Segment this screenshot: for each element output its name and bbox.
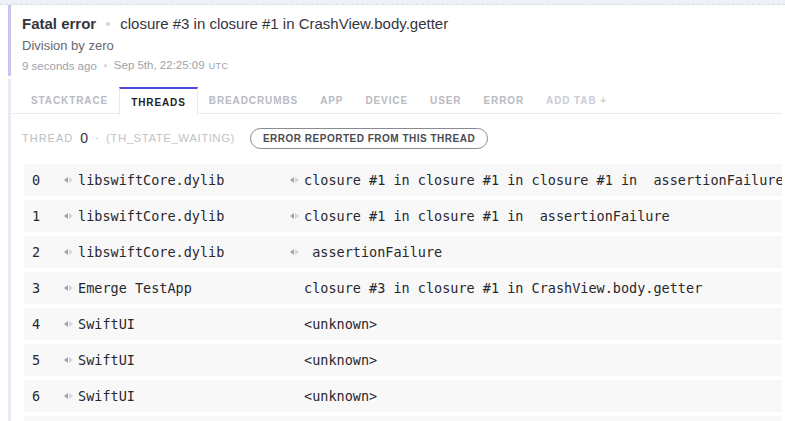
frame-module: libswiftCore.dylib [78, 208, 224, 224]
frame-function: _assertionFailure [304, 244, 442, 260]
diamond-icon [64, 285, 73, 291]
crash-meta: 9 seconds ago Sep 5th, 22:25:09 UTC [22, 58, 782, 73]
frame-index: 1 [32, 208, 64, 224]
diamond-icon [64, 249, 73, 255]
tab-breadcrumbs[interactable]: BREADCRUMBS [198, 87, 309, 113]
error-type: Fatal error [22, 14, 96, 33]
crash-detail-content: Fatal error closure #3 in closure #1 in … [12, 5, 782, 421]
frame-index: 4 [32, 316, 64, 332]
crash-report-panel: Fatal error closure #3 in closure #1 in … [0, 0, 785, 421]
tab-user[interactable]: USER [419, 87, 472, 113]
frame-index: 6 [32, 388, 64, 404]
thread-number: 0 [80, 130, 88, 146]
tab-add-tab[interactable]: ADD TAB + [535, 87, 618, 113]
frame-function-cell: <unknown> [290, 316, 782, 332]
frame-index: 3 [32, 280, 64, 296]
frame-index: 0 [32, 172, 64, 188]
error-thread-badge: ERROR REPORTED FROM THIS THREAD [250, 128, 488, 149]
frame-function: <unknown> [304, 388, 377, 404]
frame-module: libswiftCore.dylib [78, 172, 224, 188]
table-row[interactable]: 5SwiftUI<unknown> [24, 344, 782, 376]
thread-info-row: THREAD 0 · (TH_STATE_WAITING) ERROR REPO… [12, 127, 782, 149]
table-row[interactable]: 3Emerge TestAppclosure #3 in closure #1 … [24, 272, 782, 304]
table-row[interactable]: 0libswiftCore.dylibclosure #1 in closure… [24, 164, 782, 196]
crash-header: Fatal error closure #3 in closure #1 in … [12, 5, 782, 73]
frame-function-cell: <unknown> [290, 352, 782, 368]
frame-module: SwiftUI [78, 388, 135, 404]
dot-separator-icon [106, 22, 110, 26]
table-row-partial[interactable] [24, 416, 782, 421]
frame-function-cell: closure #1 in closure #1 in closure #1 i… [290, 172, 782, 188]
diamond-icon [290, 213, 299, 219]
frame-module-cell: Emerge TestApp [64, 280, 290, 296]
frame-index: 2 [32, 244, 64, 260]
frame-module: libswiftCore.dylib [78, 244, 224, 260]
diamond-icon [290, 177, 299, 183]
frame-function-cell: closure #3 in closure #1 in CrashView.bo… [290, 280, 782, 296]
table-row[interactable]: 6SwiftUI<unknown> [24, 380, 782, 412]
diamond-icon [64, 357, 73, 363]
frame-function-cell: _assertionFailure [290, 244, 782, 260]
thread-state: (TH_STATE_WAITING) [106, 132, 235, 144]
frame-function-cell: closure #1 in closure #1 in _assertionFa… [290, 208, 782, 224]
table-row[interactable]: 2libswiftCore.dylib_assertionFailure [24, 236, 782, 268]
dot-separator-icon: · [95, 131, 99, 145]
table-row[interactable]: 4SwiftUI<unknown> [24, 308, 782, 340]
frame-function: <unknown> [304, 352, 377, 368]
diamond-icon [64, 213, 73, 219]
dot-separator-icon [104, 64, 107, 67]
diamond-icon [290, 249, 299, 255]
header-accent-bar [8, 5, 11, 76]
tab-threads[interactable]: THREADS [119, 87, 198, 115]
frame-function: <unknown> [304, 316, 377, 332]
frame-module: SwiftUI [78, 316, 135, 332]
frame-module: Emerge TestApp [78, 280, 192, 296]
diamond-icon [64, 177, 73, 183]
diamond-icon [64, 393, 73, 399]
frame-function: closure #1 in closure #1 in _assertionFa… [304, 208, 670, 224]
frame-module-cell: SwiftUI [64, 352, 290, 368]
body-accent-bar [8, 79, 11, 421]
frame-index: 5 [32, 352, 64, 368]
stack-frames-table: 0libswiftCore.dylibclosure #1 in closure… [12, 164, 782, 412]
frame-module: SwiftUI [78, 352, 135, 368]
crash-title-row: Fatal error closure #3 in closure #1 in … [22, 14, 782, 33]
relative-time: 9 seconds ago [22, 59, 97, 73]
frame-function: closure #3 in closure #1 in CrashView.bo… [304, 280, 702, 296]
tab-stacktrace[interactable]: STACKTRACE [20, 87, 119, 113]
frame-module-cell: libswiftCore.dylib [64, 208, 290, 224]
error-location: closure #3 in closure #1 in CrashView.bo… [120, 14, 448, 33]
thread-label: THREAD [22, 132, 73, 144]
tab-error[interactable]: ERROR [472, 87, 535, 113]
frame-module-cell: libswiftCore.dylib [64, 172, 290, 188]
frame-module-cell: libswiftCore.dylib [64, 244, 290, 260]
error-message: Division by zero [22, 38, 782, 54]
frame-module-cell: SwiftUI [64, 388, 290, 404]
timestamp-group: Sep 5th, 22:25:09 UTC [114, 58, 229, 73]
table-row[interactable]: 1libswiftCore.dylibclosure #1 in closure… [24, 200, 782, 232]
diamond-icon [64, 321, 73, 327]
tab-bar: STACKTRACETHREADSBREADCRUMBSAPPDEVICEUSE… [12, 87, 782, 114]
frame-function-cell: <unknown> [290, 388, 782, 404]
timezone: UTC [209, 59, 229, 73]
tab-device[interactable]: DEVICE [354, 87, 419, 113]
frame-function: closure #1 in closure #1 in closure #1 i… [304, 172, 782, 188]
tab-app[interactable]: APP [309, 87, 354, 113]
timestamp: Sep 5th, 22:25:09 [114, 58, 205, 72]
frame-module-cell: SwiftUI [64, 316, 290, 332]
